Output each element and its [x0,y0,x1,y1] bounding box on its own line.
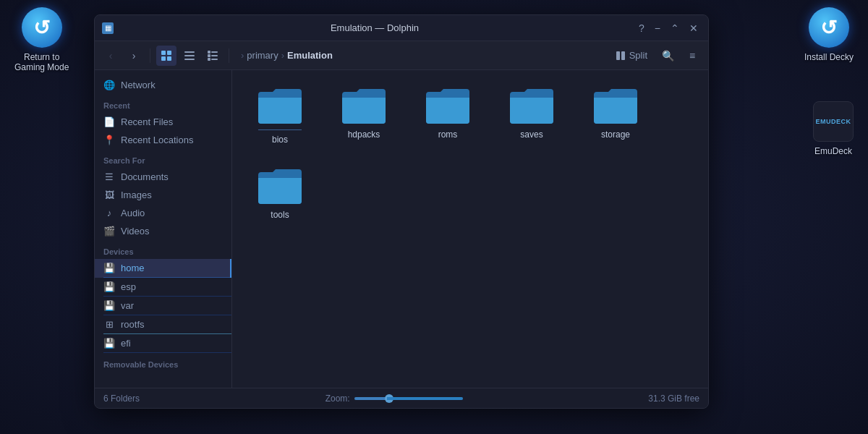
maximize-button[interactable]: ⌃ [668,21,682,35]
documents-icon: ☰ [103,171,115,182]
sidebar-section-search: Search For [95,149,231,168]
breadcrumb-arrow: › [281,50,284,61]
folder-tools[interactable]: tools [244,162,316,226]
sidebar-item-images[interactable]: 🖼 Images [95,186,231,204]
svg-rect-6 [184,59,195,60]
network-icon: 🌐 [103,80,115,90]
minimize-button[interactable]: − [652,21,663,35]
file-area: bios hdpacks [232,70,708,388]
split-button[interactable]: Split [610,47,653,64]
roms-label: roms [438,129,458,140]
help-button[interactable]: ? [636,21,647,35]
hdpacks-label: hdpacks [348,129,380,140]
folder-hdpacks[interactable]: hdpacks [328,82,400,150]
breadcrumb-current: Emulation [287,50,333,61]
sidebar-item-var[interactable]: 💾 var [95,297,231,315]
return-to-gaming-icon[interactable]: ↺ Return to Gaming Mode [14,7,69,72]
close-button[interactable]: ✕ [686,21,701,35]
tools-folder-icon [257,168,303,205]
breadcrumb-root[interactable]: primary [247,50,278,61]
title-bar-controls: ? − ⌃ ✕ [636,21,701,35]
bios-label: bios [272,135,288,145]
install-circle: ↺ [809,7,849,48]
sidebar-item-videos[interactable]: 🎬 Videos [95,222,231,240]
view-tree-button[interactable] [203,46,223,66]
emudeck-label: EmuDeck [814,146,852,156]
toolbar-right: Split 🔍 ≡ [610,46,702,66]
tools-label: tools [271,210,289,220]
view-compact-button[interactable] [179,46,200,66]
toolbar-separator-2 [229,48,229,63]
recent-files-icon: 📄 [103,116,115,127]
bios-folder-icon [257,88,303,125]
back-button[interactable]: ‹ [101,46,121,66]
sidebar-item-network[interactable]: 🌐 Network [95,76,231,94]
zoom-fill-right [387,397,463,400]
sidebar-item-recent-files[interactable]: 📄 Recent Files [95,113,231,131]
sidebar-item-home[interactable]: 💾 home [95,259,231,278]
sidebar-rootfs-label: rootfs [121,319,145,330]
svg-rect-2 [161,56,166,61]
svg-rect-12 [211,59,218,60]
sidebar-images-label: Images [121,190,152,200]
var-device-icon: 💾 [103,300,115,311]
svg-rect-14 [621,51,625,60]
sidebar-esp-label: esp [121,281,136,292]
sidebar-network-label: Network [121,80,156,90]
recent-locations-icon: 📍 [103,135,115,145]
zoom-area: Zoom: [140,393,648,404]
folder-storage[interactable]: storage [579,82,652,150]
zoom-slider-fill [354,397,387,400]
title-bar: Emulation — Dolphin ? − ⌃ ✕ [95,15,708,41]
audio-icon: ♪ [103,208,115,218]
svg-rect-0 [161,51,166,55]
folder-bios[interactable]: bios [244,82,316,150]
sidebar-efi-label: efi [121,338,131,349]
saves-label: saves [520,129,542,140]
emudeck-badge: EMUDECK [813,101,854,142]
svg-rect-10 [211,51,218,53]
sidebar-var-label: var [121,300,134,311]
images-icon: 🖼 [103,190,115,200]
return-circle: ↺ [22,7,62,48]
svg-rect-5 [184,55,195,56]
videos-icon: 🎬 [103,226,115,237]
folder-count: 6 Folders [103,393,140,404]
sidebar-recent-files-label: Recent Files [121,116,173,127]
sidebar-item-rootfs[interactable]: ⊞ rootfs [95,315,231,334]
svg-rect-9 [208,58,210,61]
svg-rect-8 [208,54,210,57]
forward-button[interactable]: › [124,46,144,66]
svg-rect-13 [616,51,620,60]
menu-button[interactable]: ≡ [682,46,702,66]
install-decky-icon[interactable]: ↺ Install Decky [804,7,854,62]
folder-saves[interactable]: saves [495,82,568,150]
bios-underline [258,129,302,130]
zoom-slider-track[interactable] [354,397,463,400]
sidebar-item-efi[interactable]: 💾 efi [95,334,231,353]
search-button[interactable]: 🔍 [658,46,678,66]
sidebar-section-removable: Removable Devices [95,353,231,372]
dolphin-window: Emulation — Dolphin ? − ⌃ ✕ ‹ › [94,14,709,409]
title-bar-left [102,22,114,34]
sidebar-audio-label: Audio [121,208,145,218]
roms-folder-icon [425,88,471,125]
sidebar-item-documents[interactable]: ☰ Documents [95,168,231,186]
storage-label: storage [601,129,630,140]
return-label: Return to Gaming Mode [14,52,69,72]
folder-roms[interactable]: roms [412,82,484,150]
svg-rect-1 [167,51,171,55]
sidebar-home-label: home [121,263,145,273]
hdpacks-folder-icon [341,88,387,125]
sidebar: 🌐 Network Recent 📄 Recent Files 📍 Recent… [95,70,232,388]
emudeck-icon[interactable]: EMUDECK EmuDeck [813,101,854,156]
window-title: Emulation — Dolphin [114,22,636,33]
svg-rect-4 [184,51,195,53]
sidebar-section-devices: Devices [95,240,231,259]
sidebar-item-audio[interactable]: ♪ Audio [95,204,231,222]
toolbar-separator-1 [150,48,150,63]
sidebar-item-recent-locations[interactable]: 📍 Recent Locations [95,131,231,149]
sidebar-item-esp[interactable]: 💾 esp [95,278,231,297]
toolbar: ‹ › [95,41,708,70]
view-icons-button[interactable] [156,46,176,66]
